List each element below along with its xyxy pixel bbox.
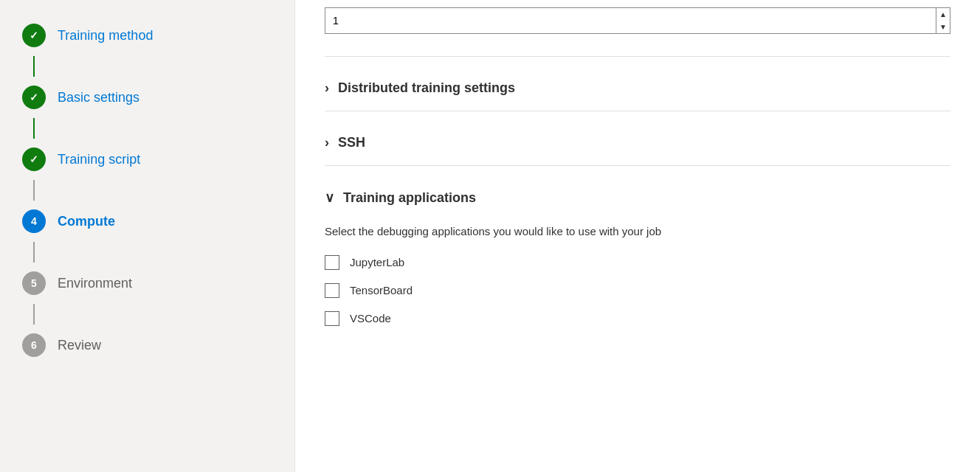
number-input-row: ▲ ▼ xyxy=(325,7,950,34)
step-connector-compute xyxy=(33,242,35,263)
section-title-ssh: SSH xyxy=(338,135,365,150)
main-content-area: ▲ ▼ ›Distributed training settings›SSH∨T… xyxy=(295,0,980,472)
number-input[interactable] xyxy=(325,8,936,33)
checkbox-label-tensorboard: TensorBoard xyxy=(350,284,413,296)
step-label-compute: Compute xyxy=(58,214,115,229)
section-header-training-applications[interactable]: ∨Training applications xyxy=(325,178,950,215)
step-circle-training-script: ✓ xyxy=(22,148,46,171)
chevron-icon-distributed-training: › xyxy=(325,80,329,96)
step-connector-training-script xyxy=(33,180,35,201)
spinner-up-button[interactable]: ▲ xyxy=(936,8,950,21)
sidebar-item-basic-settings[interactable]: ✓Basic settings xyxy=(22,77,272,118)
checkbox-item-jupyterlab[interactable]: JupyterLab xyxy=(325,255,950,270)
number-input-box[interactable]: ▲ ▼ xyxy=(325,7,950,34)
checkbox-label-vscode: VSCode xyxy=(350,312,391,324)
section-description-training-applications: Select the debugging applications you wo… xyxy=(325,223,950,240)
step-circle-basic-settings: ✓ xyxy=(22,86,46,109)
checkbox-label-jupyterlab: JupyterLab xyxy=(350,256,404,268)
section-title-training-applications: Training applications xyxy=(343,190,476,206)
step-label-review: Review xyxy=(58,338,101,353)
spinner-down-button[interactable]: ▼ xyxy=(936,21,950,33)
sections-container: ›Distributed training settings›SSH∨Train… xyxy=(325,56,950,345)
checkbox-box-tensorboard[interactable] xyxy=(325,283,339,298)
section-divider-training-applications xyxy=(325,165,950,166)
step-connector-environment xyxy=(33,304,35,324)
section-ssh: ›SSH xyxy=(325,111,950,159)
wizard-sidebar: ✓Training method✓Basic settings✓Training… xyxy=(0,0,295,472)
checkbox-item-tensorboard[interactable]: TensorBoard xyxy=(325,283,950,298)
sidebar-item-environment[interactable]: 5Environment xyxy=(22,263,272,304)
section-training-applications: ∨Training applicationsSelect the debuggi… xyxy=(325,165,950,345)
chevron-icon-ssh: › xyxy=(325,135,329,150)
step-circle-compute: 4 xyxy=(22,209,46,233)
sidebar-item-review[interactable]: 6Review xyxy=(22,324,272,366)
sidebar-item-training-method[interactable]: ✓Training method xyxy=(22,15,272,56)
sidebar-item-compute[interactable]: 4Compute xyxy=(22,201,272,242)
step-circle-review: 6 xyxy=(22,333,46,357)
section-body-training-applications: Select the debugging applications you wo… xyxy=(325,215,950,345)
section-distributed-training: ›Distributed training settings xyxy=(325,56,950,105)
section-header-distributed-training[interactable]: ›Distributed training settings xyxy=(325,69,950,105)
step-label-training-script: Training script xyxy=(58,152,140,167)
spinner-buttons: ▲ ▼ xyxy=(936,8,950,33)
checkbox-item-vscode[interactable]: VSCode xyxy=(325,311,950,326)
section-divider-distributed-training xyxy=(325,56,950,57)
step-label-environment: Environment xyxy=(58,276,132,291)
section-divider-ssh xyxy=(325,111,950,111)
step-circle-training-method: ✓ xyxy=(22,24,46,47)
section-header-ssh[interactable]: ›SSH xyxy=(325,123,950,159)
step-circle-environment: 5 xyxy=(22,271,46,295)
section-title-distributed-training: Distributed training settings xyxy=(338,80,515,96)
step-connector-basic-settings xyxy=(33,118,35,139)
step-label-training-method: Training method xyxy=(58,28,153,44)
checkbox-box-jupyterlab[interactable] xyxy=(325,255,339,270)
chevron-icon-training-applications: ∨ xyxy=(325,190,334,206)
checkbox-box-vscode[interactable] xyxy=(325,311,339,326)
sidebar-item-training-script[interactable]: ✓Training script xyxy=(22,139,272,180)
step-label-basic-settings: Basic settings xyxy=(58,90,139,105)
step-connector-training-method xyxy=(33,56,35,77)
